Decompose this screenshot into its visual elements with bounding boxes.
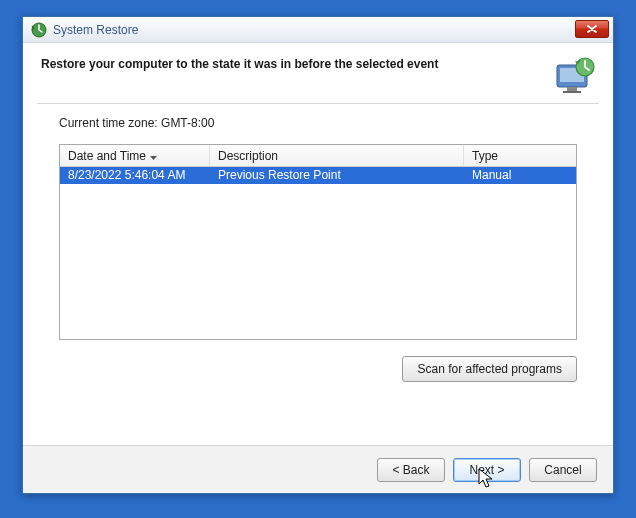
cell-type: Manual <box>464 167 576 184</box>
table-row[interactable]: 8/23/2022 5:46:04 AM Previous Restore Po… <box>60 167 576 184</box>
header-row: Restore your computer to the state it wa… <box>23 43 613 103</box>
system-restore-icon <box>31 22 47 38</box>
cancel-button[interactable]: Cancel <box>529 458 597 482</box>
timezone-label: Current time zone: GMT-8:00 <box>23 116 613 130</box>
cell-datetime: 8/23/2022 5:46:04 AM <box>60 167 210 184</box>
column-label: Date and Time <box>68 149 146 163</box>
window-title: System Restore <box>53 23 138 37</box>
svg-rect-4 <box>563 91 581 93</box>
wizard-footer: < Back Next > Cancel <box>23 445 613 493</box>
table-header: Date and Time Description Type <box>60 145 576 167</box>
scan-affected-programs-button[interactable]: Scan for affected programs <box>402 356 577 382</box>
page-heading: Restore your computer to the state it wa… <box>41 55 545 71</box>
column-header-type[interactable]: Type <box>464 145 576 166</box>
cell-description: Previous Restore Point <box>210 167 464 184</box>
restore-monitor-icon <box>553 55 597 95</box>
column-header-datetime[interactable]: Date and Time <box>60 145 210 166</box>
sort-indicator-icon <box>150 149 157 163</box>
close-button[interactable] <box>575 20 609 38</box>
titlebar: System Restore <box>23 17 613 43</box>
svg-rect-3 <box>567 87 577 91</box>
system-restore-window: System Restore Restore your computer to … <box>22 16 614 494</box>
column-header-description[interactable]: Description <box>210 145 464 166</box>
divider <box>37 103 599 104</box>
restore-points-table[interactable]: Date and Time Description Type 8/23/2022… <box>59 144 577 340</box>
back-button[interactable]: < Back <box>377 458 445 482</box>
column-label: Description <box>218 149 278 163</box>
column-label: Type <box>472 149 498 163</box>
content-area: Restore your computer to the state it wa… <box>23 43 613 382</box>
scan-row: Scan for affected programs <box>23 340 613 382</box>
svg-marker-7 <box>150 156 157 160</box>
next-button[interactable]: Next > <box>453 458 521 482</box>
